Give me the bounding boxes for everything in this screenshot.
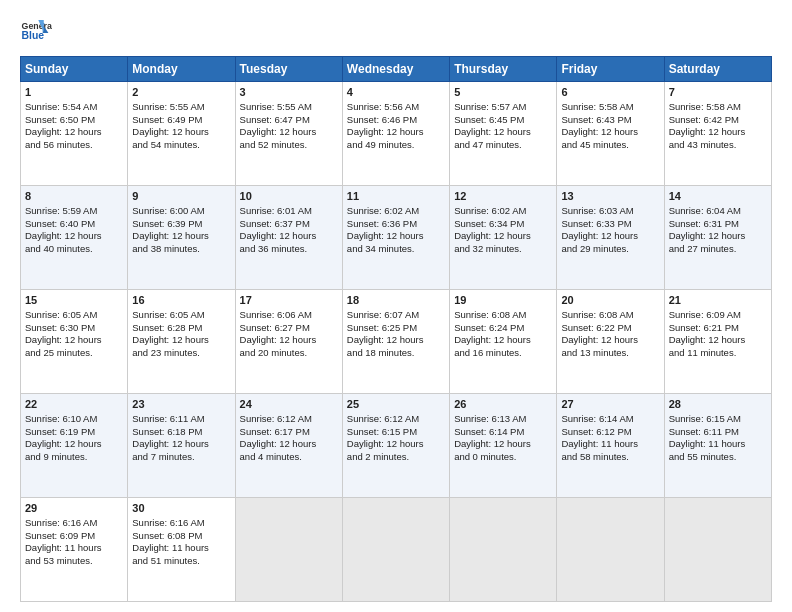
calendar-cell: 12Sunrise: 6:02 AMSunset: 6:34 PMDayligh… xyxy=(450,186,557,290)
page: General Blue SundayMondayTuesdayWednesda… xyxy=(0,0,792,612)
calendar-cell: 27Sunrise: 6:14 AMSunset: 6:12 PMDayligh… xyxy=(557,394,664,498)
calendar-cell: 28Sunrise: 6:15 AMSunset: 6:11 PMDayligh… xyxy=(664,394,771,498)
calendar-cell: 29Sunrise: 6:16 AMSunset: 6:09 PMDayligh… xyxy=(21,498,128,602)
calendar-table: SundayMondayTuesdayWednesdayThursdayFrid… xyxy=(20,56,772,602)
calendar-cell xyxy=(235,498,342,602)
header: General Blue xyxy=(20,16,772,48)
logo-icon: General Blue xyxy=(20,16,52,48)
day-number: 20 xyxy=(561,293,659,308)
logo: General Blue xyxy=(20,16,56,48)
calendar-body: 1Sunrise: 5:54 AMSunset: 6:50 PMDaylight… xyxy=(21,82,772,602)
calendar-cell: 5Sunrise: 5:57 AMSunset: 6:45 PMDaylight… xyxy=(450,82,557,186)
calendar-cell: 13Sunrise: 6:03 AMSunset: 6:33 PMDayligh… xyxy=(557,186,664,290)
day-number: 15 xyxy=(25,293,123,308)
day-number: 26 xyxy=(454,397,552,412)
day-number: 17 xyxy=(240,293,338,308)
svg-text:Blue: Blue xyxy=(22,30,45,41)
day-number: 13 xyxy=(561,189,659,204)
day-number: 16 xyxy=(132,293,230,308)
day-number: 6 xyxy=(561,85,659,100)
calendar-cell: 17Sunrise: 6:06 AMSunset: 6:27 PMDayligh… xyxy=(235,290,342,394)
day-number: 22 xyxy=(25,397,123,412)
day-number: 4 xyxy=(347,85,445,100)
column-header-wednesday: Wednesday xyxy=(342,57,449,82)
svg-text:General: General xyxy=(22,21,52,31)
day-number: 30 xyxy=(132,501,230,516)
calendar-cell xyxy=(664,498,771,602)
day-number: 1 xyxy=(25,85,123,100)
day-number: 25 xyxy=(347,397,445,412)
day-number: 24 xyxy=(240,397,338,412)
calendar-cell: 19Sunrise: 6:08 AMSunset: 6:24 PMDayligh… xyxy=(450,290,557,394)
column-header-saturday: Saturday xyxy=(664,57,771,82)
day-number: 3 xyxy=(240,85,338,100)
calendar-cell: 24Sunrise: 6:12 AMSunset: 6:17 PMDayligh… xyxy=(235,394,342,498)
calendar-header: SundayMondayTuesdayWednesdayThursdayFrid… xyxy=(21,57,772,82)
calendar-cell: 25Sunrise: 6:12 AMSunset: 6:15 PMDayligh… xyxy=(342,394,449,498)
calendar-cell: 8Sunrise: 5:59 AMSunset: 6:40 PMDaylight… xyxy=(21,186,128,290)
calendar-cell: 14Sunrise: 6:04 AMSunset: 6:31 PMDayligh… xyxy=(664,186,771,290)
calendar-cell: 2Sunrise: 5:55 AMSunset: 6:49 PMDaylight… xyxy=(128,82,235,186)
week-row: 22Sunrise: 6:10 AMSunset: 6:19 PMDayligh… xyxy=(21,394,772,498)
calendar-cell: 16Sunrise: 6:05 AMSunset: 6:28 PMDayligh… xyxy=(128,290,235,394)
column-header-friday: Friday xyxy=(557,57,664,82)
calendar-cell: 20Sunrise: 6:08 AMSunset: 6:22 PMDayligh… xyxy=(557,290,664,394)
day-number: 18 xyxy=(347,293,445,308)
day-number: 23 xyxy=(132,397,230,412)
calendar-cell: 21Sunrise: 6:09 AMSunset: 6:21 PMDayligh… xyxy=(664,290,771,394)
header-row: SundayMondayTuesdayWednesdayThursdayFrid… xyxy=(21,57,772,82)
week-row: 1Sunrise: 5:54 AMSunset: 6:50 PMDaylight… xyxy=(21,82,772,186)
day-number: 5 xyxy=(454,85,552,100)
calendar-cell xyxy=(342,498,449,602)
week-row: 15Sunrise: 6:05 AMSunset: 6:30 PMDayligh… xyxy=(21,290,772,394)
day-number: 21 xyxy=(669,293,767,308)
day-number: 7 xyxy=(669,85,767,100)
calendar-cell xyxy=(557,498,664,602)
calendar-cell: 15Sunrise: 6:05 AMSunset: 6:30 PMDayligh… xyxy=(21,290,128,394)
calendar-cell: 10Sunrise: 6:01 AMSunset: 6:37 PMDayligh… xyxy=(235,186,342,290)
day-number: 19 xyxy=(454,293,552,308)
day-number: 9 xyxy=(132,189,230,204)
column-header-thursday: Thursday xyxy=(450,57,557,82)
column-header-tuesday: Tuesday xyxy=(235,57,342,82)
calendar-cell: 7Sunrise: 5:58 AMSunset: 6:42 PMDaylight… xyxy=(664,82,771,186)
calendar-cell: 11Sunrise: 6:02 AMSunset: 6:36 PMDayligh… xyxy=(342,186,449,290)
calendar-cell: 26Sunrise: 6:13 AMSunset: 6:14 PMDayligh… xyxy=(450,394,557,498)
calendar-cell: 3Sunrise: 5:55 AMSunset: 6:47 PMDaylight… xyxy=(235,82,342,186)
calendar-cell: 18Sunrise: 6:07 AMSunset: 6:25 PMDayligh… xyxy=(342,290,449,394)
day-number: 10 xyxy=(240,189,338,204)
calendar-cell: 30Sunrise: 6:16 AMSunset: 6:08 PMDayligh… xyxy=(128,498,235,602)
calendar-cell: 6Sunrise: 5:58 AMSunset: 6:43 PMDaylight… xyxy=(557,82,664,186)
day-number: 29 xyxy=(25,501,123,516)
calendar-cell: 4Sunrise: 5:56 AMSunset: 6:46 PMDaylight… xyxy=(342,82,449,186)
week-row: 29Sunrise: 6:16 AMSunset: 6:09 PMDayligh… xyxy=(21,498,772,602)
calendar-cell: 1Sunrise: 5:54 AMSunset: 6:50 PMDaylight… xyxy=(21,82,128,186)
column-header-monday: Monday xyxy=(128,57,235,82)
day-number: 8 xyxy=(25,189,123,204)
calendar-cell: 9Sunrise: 6:00 AMSunset: 6:39 PMDaylight… xyxy=(128,186,235,290)
calendar-cell: 22Sunrise: 6:10 AMSunset: 6:19 PMDayligh… xyxy=(21,394,128,498)
calendar-cell xyxy=(450,498,557,602)
day-number: 11 xyxy=(347,189,445,204)
day-number: 28 xyxy=(669,397,767,412)
day-number: 27 xyxy=(561,397,659,412)
week-row: 8Sunrise: 5:59 AMSunset: 6:40 PMDaylight… xyxy=(21,186,772,290)
calendar-cell: 23Sunrise: 6:11 AMSunset: 6:18 PMDayligh… xyxy=(128,394,235,498)
day-number: 2 xyxy=(132,85,230,100)
day-number: 14 xyxy=(669,189,767,204)
day-number: 12 xyxy=(454,189,552,204)
column-header-sunday: Sunday xyxy=(21,57,128,82)
